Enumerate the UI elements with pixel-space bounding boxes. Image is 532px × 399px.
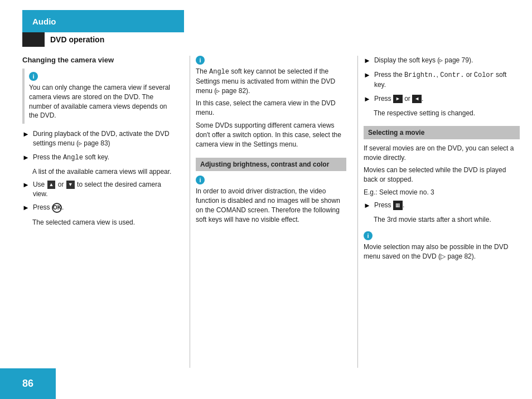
right-bullet-arrow-press: ► [364,201,371,211]
bullet-arrow-1: ► [22,129,30,139]
col-divider-1 [190,56,190,368]
left-bullet-4-text: Press OK. [33,203,64,213]
right-bullet-3-text: Press ► or ◄. [374,94,424,104]
right-bullet-arrow-2: ► [364,70,371,80]
right-bullet-press: ► Press ▦. [364,201,520,211]
right-section-title: Selecting a movie [368,129,424,137]
header-title: Audio [32,17,56,26]
left-bullet-2: ► Press the Angle soft key. [22,153,175,163]
subheader-bar [22,32,45,47]
up-button: ▲ [47,181,56,189]
right-bullet-arrow-3: ► [364,94,371,104]
left-bullet-3-text: Use ▲ or ▼ to select the desired camera … [33,180,175,199]
right-bullet-2: ► Press the Brightn., Contr. or Color so… [364,70,520,90]
left-bullet-2-text: Press the Angle soft key. [33,153,109,163]
right-bullet-arrow-1: ► [364,56,371,66]
bullet-arrow-3: ► [22,180,30,190]
col-left: Changing the camera view i You can only … [22,56,184,368]
right-info-icon: i [364,231,373,240]
right-bullet-3: ► Press ► or ◄. [364,94,520,104]
down-button: ▼ [66,181,75,189]
ok-button: OK [52,203,62,213]
right-note-2: The 3rd movie starts after a short while… [374,215,520,225]
right-bullet-2-text: Press the Brightn., Contr. or Color soft… [374,70,520,90]
right-para-1: If several movies are on the DVD, you ca… [364,144,520,163]
right-press-text: Press ▦. [374,201,404,210]
subheader-title: DVD operation [45,35,104,44]
subheader: DVD operation [22,32,532,47]
middle-info-text-main: In order to avoid driver distraction, th… [196,187,346,224]
footer-page-number: 86 [22,378,33,390]
select-movie-button: ▦ [393,201,403,210]
left-info-box: i You can only change the camera view if… [22,69,175,124]
col-right: ► Display the soft keys (▹ page 79). ► P… [364,56,520,368]
left-sub-note-1: A list of the available camera views wil… [32,167,175,177]
left-bullet-1: ► During playback of the DVD, activate t… [22,129,175,148]
bullet-arrow-4: ► [22,203,30,213]
back-button: ◄ [412,95,422,103]
header-blue-bar: Audio [22,10,184,32]
right-bullet-1: ► Display the soft keys (▹ page 79). [364,56,520,66]
middle-info-icon-2: i [196,176,205,184]
left-bullet-3: ► Use ▲ or ▼ to select the desired camer… [22,180,175,199]
middle-info-text-1: The Angle soft key cannot be selected if… [196,67,346,95]
middle-info-icon-1: i [196,56,205,65]
left-section-title: Changing the camera view [22,56,175,64]
right-info-bottom: Movie selection may also be possible in … [364,242,520,261]
left-bullet-1-text: During playback of the DVD, activate the… [33,129,175,148]
bullet-arrow-2: ► [22,153,30,163]
left-bullet-4: ► Press OK. [22,203,175,213]
right-bullet-1-text: Display the soft keys (▹ page 79). [374,56,473,65]
right-eg: E.g.: Select movie no. 3 [364,188,520,197]
right-note-1: The respective setting is changed. [374,109,520,118]
middle-info-text-2: In this case, select the camera view in … [196,99,346,118]
left-sub-note-2: The selected camera view is used. [32,218,175,227]
left-info-text: You can only change the camera view if s… [29,83,171,120]
middle-section-title: Adjusting brightness, contrast and color [200,160,329,168]
play-button: ► [393,95,403,103]
col-divider-2 [357,56,358,368]
middle-info-text-3: Some DVDs supporting different camera vi… [196,121,346,149]
left-info-icon: i [29,72,38,81]
footer: 86 [0,368,56,399]
right-section-bar: Selecting a movie [364,126,520,139]
col-middle: i The Angle soft key cannot be selected … [196,56,352,368]
right-para-2: Movies can be selected while the DVD is … [364,166,520,184]
middle-section-bar: Adjusting brightness, contrast and color [196,158,346,171]
main-content: Changing the camera view i You can only … [22,56,532,368]
